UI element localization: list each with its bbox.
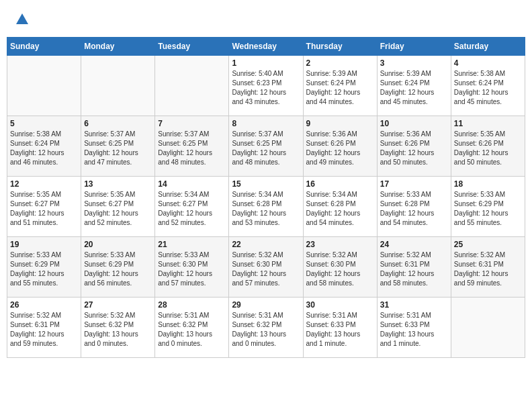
- day-number: 26: [10, 300, 78, 310]
- calendar-week-1: 1Sunrise: 5:40 AMSunset: 6:23 PMDaylight…: [7, 56, 525, 116]
- day-number: 4: [454, 58, 522, 68]
- day-info: Sunrise: 5:37 AMSunset: 6:25 PMDaylight:…: [232, 130, 300, 167]
- day-info: Sunrise: 5:31 AMSunset: 6:32 PMDaylight:…: [232, 311, 300, 349]
- day-info: Sunrise: 5:37 AMSunset: 6:25 PMDaylight:…: [84, 130, 152, 167]
- day-number: 18: [454, 179, 522, 189]
- calendar-cell: 5Sunrise: 5:38 AMSunset: 6:24 PMDaylight…: [7, 116, 81, 177]
- day-info: Sunrise: 5:37 AMSunset: 6:25 PMDaylight:…: [158, 130, 226, 167]
- day-info: Sunrise: 5:39 AMSunset: 6:24 PMDaylight:…: [306, 69, 374, 107]
- calendar-cell: 7Sunrise: 5:37 AMSunset: 6:25 PMDaylight…: [155, 116, 229, 177]
- calendar-header-thursday: Thursday: [303, 38, 377, 56]
- day-info: Sunrise: 5:38 AMSunset: 6:24 PMDaylight:…: [10, 130, 78, 167]
- day-number: 17: [380, 179, 448, 189]
- calendar-cell: 26Sunrise: 5:32 AMSunset: 6:31 PMDayligh…: [7, 298, 81, 358]
- day-info: Sunrise: 5:33 AMSunset: 6:29 PMDaylight:…: [10, 250, 78, 288]
- day-info: Sunrise: 5:34 AMSunset: 6:28 PMDaylight:…: [306, 190, 374, 228]
- calendar-cell: 6Sunrise: 5:37 AMSunset: 6:25 PMDaylight…: [81, 116, 155, 177]
- logo: [13, 12, 30, 30]
- calendar-header-friday: Friday: [377, 38, 451, 56]
- calendar-cell: 9Sunrise: 5:36 AMSunset: 6:26 PMDaylight…: [303, 116, 377, 177]
- day-number: 16: [306, 179, 374, 189]
- day-info: Sunrise: 5:31 AMSunset: 6:33 PMDaylight:…: [306, 311, 374, 349]
- day-number: 2: [306, 58, 374, 68]
- calendar-header-monday: Monday: [81, 38, 155, 56]
- day-info: Sunrise: 5:34 AMSunset: 6:28 PMDaylight:…: [232, 190, 300, 228]
- day-info: Sunrise: 5:32 AMSunset: 6:31 PMDaylight:…: [10, 311, 78, 349]
- day-number: 12: [10, 179, 78, 189]
- calendar-cell: 25Sunrise: 5:32 AMSunset: 6:31 PMDayligh…: [451, 237, 525, 298]
- calendar-cell: 20Sunrise: 5:33 AMSunset: 6:29 PMDayligh…: [81, 237, 155, 298]
- day-info: Sunrise: 5:32 AMSunset: 6:30 PMDaylight:…: [306, 250, 374, 288]
- day-info: Sunrise: 5:36 AMSunset: 6:26 PMDaylight:…: [306, 130, 374, 167]
- calendar-cell: 1Sunrise: 5:40 AMSunset: 6:23 PMDaylight…: [229, 56, 303, 116]
- day-info: Sunrise: 5:38 AMSunset: 6:24 PMDaylight:…: [454, 69, 522, 107]
- day-number: 22: [232, 240, 300, 249]
- calendar-cell: 14Sunrise: 5:34 AMSunset: 6:27 PMDayligh…: [155, 177, 229, 237]
- calendar-cell: [451, 298, 525, 358]
- calendar-cell: 31Sunrise: 5:31 AMSunset: 6:33 PMDayligh…: [377, 298, 451, 358]
- day-number: 28: [158, 300, 226, 310]
- day-number: 23: [306, 240, 374, 249]
- calendar-cell: 29Sunrise: 5:31 AMSunset: 6:32 PMDayligh…: [229, 298, 303, 358]
- svg-marker-0: [16, 13, 28, 24]
- calendar-header-tuesday: Tuesday: [155, 38, 229, 56]
- calendar-cell: 15Sunrise: 5:34 AMSunset: 6:28 PMDayligh…: [229, 177, 303, 237]
- calendar-cell: 27Sunrise: 5:32 AMSunset: 6:32 PMDayligh…: [81, 298, 155, 358]
- day-number: 29: [232, 300, 300, 310]
- calendar-header-wednesday: Wednesday: [229, 38, 303, 56]
- calendar-header-row: SundayMondayTuesdayWednesdayThursdayFrid…: [7, 38, 525, 56]
- day-info: Sunrise: 5:40 AMSunset: 6:23 PMDaylight:…: [232, 69, 300, 107]
- day-number: 13: [84, 179, 152, 189]
- day-info: Sunrise: 5:39 AMSunset: 6:24 PMDaylight:…: [380, 69, 448, 107]
- day-number: 20: [84, 240, 152, 249]
- calendar-cell: 19Sunrise: 5:33 AMSunset: 6:29 PMDayligh…: [7, 237, 81, 298]
- logo-text: [13, 12, 30, 30]
- day-info: Sunrise: 5:31 AMSunset: 6:33 PMDaylight:…: [380, 311, 448, 349]
- day-number: 27: [84, 300, 152, 310]
- page-header: [7, 7, 525, 33]
- day-number: 24: [380, 240, 448, 249]
- calendar-cell: 16Sunrise: 5:34 AMSunset: 6:28 PMDayligh…: [303, 177, 377, 237]
- day-number: 7: [158, 119, 226, 128]
- day-number: 14: [158, 179, 226, 189]
- calendar-week-3: 12Sunrise: 5:35 AMSunset: 6:27 PMDayligh…: [7, 177, 525, 237]
- calendar-table: SundayMondayTuesdayWednesdayThursdayFrid…: [7, 37, 525, 358]
- calendar-cell: 28Sunrise: 5:31 AMSunset: 6:32 PMDayligh…: [155, 298, 229, 358]
- calendar-cell: 11Sunrise: 5:35 AMSunset: 6:26 PMDayligh…: [451, 116, 525, 177]
- calendar-cell: 13Sunrise: 5:35 AMSunset: 6:27 PMDayligh…: [81, 177, 155, 237]
- calendar-week-2: 5Sunrise: 5:38 AMSunset: 6:24 PMDaylight…: [7, 116, 525, 177]
- logo-icon: [15, 12, 30, 27]
- day-number: 21: [158, 240, 226, 249]
- day-number: 15: [232, 179, 300, 189]
- day-info: Sunrise: 5:33 AMSunset: 6:28 PMDaylight:…: [380, 190, 448, 228]
- day-info: Sunrise: 5:35 AMSunset: 6:26 PMDaylight:…: [454, 130, 522, 167]
- day-number: 8: [232, 119, 300, 128]
- day-info: Sunrise: 5:32 AMSunset: 6:30 PMDaylight:…: [232, 250, 300, 288]
- day-info: Sunrise: 5:32 AMSunset: 6:32 PMDaylight:…: [84, 311, 152, 349]
- calendar-cell: 23Sunrise: 5:32 AMSunset: 6:30 PMDayligh…: [303, 237, 377, 298]
- calendar-cell: 18Sunrise: 5:33 AMSunset: 6:29 PMDayligh…: [451, 177, 525, 237]
- day-info: Sunrise: 5:35 AMSunset: 6:27 PMDaylight:…: [10, 190, 78, 228]
- calendar-header-sunday: Sunday: [7, 38, 81, 56]
- calendar-cell: 10Sunrise: 5:36 AMSunset: 6:26 PMDayligh…: [377, 116, 451, 177]
- day-info: Sunrise: 5:36 AMSunset: 6:26 PMDaylight:…: [380, 130, 448, 167]
- calendar-cell: [81, 56, 155, 116]
- day-number: 10: [380, 119, 448, 128]
- calendar-cell: 30Sunrise: 5:31 AMSunset: 6:33 PMDayligh…: [303, 298, 377, 358]
- day-info: Sunrise: 5:33 AMSunset: 6:29 PMDaylight:…: [84, 250, 152, 288]
- day-number: 1: [232, 58, 300, 68]
- calendar-header-saturday: Saturday: [451, 38, 525, 56]
- day-info: Sunrise: 5:31 AMSunset: 6:32 PMDaylight:…: [158, 311, 226, 349]
- calendar-cell: 2Sunrise: 5:39 AMSunset: 6:24 PMDaylight…: [303, 56, 377, 116]
- calendar-cell: [155, 56, 229, 116]
- calendar-cell: 17Sunrise: 5:33 AMSunset: 6:28 PMDayligh…: [377, 177, 451, 237]
- day-number: 31: [380, 300, 448, 310]
- calendar-cell: 12Sunrise: 5:35 AMSunset: 6:27 PMDayligh…: [7, 177, 81, 237]
- day-number: 9: [306, 119, 374, 128]
- calendar-cell: 21Sunrise: 5:33 AMSunset: 6:30 PMDayligh…: [155, 237, 229, 298]
- day-number: 25: [454, 240, 522, 249]
- calendar-cell: 3Sunrise: 5:39 AMSunset: 6:24 PMDaylight…: [377, 56, 451, 116]
- calendar-cell: 8Sunrise: 5:37 AMSunset: 6:25 PMDaylight…: [229, 116, 303, 177]
- day-number: 11: [454, 119, 522, 128]
- calendar-cell: [7, 56, 81, 116]
